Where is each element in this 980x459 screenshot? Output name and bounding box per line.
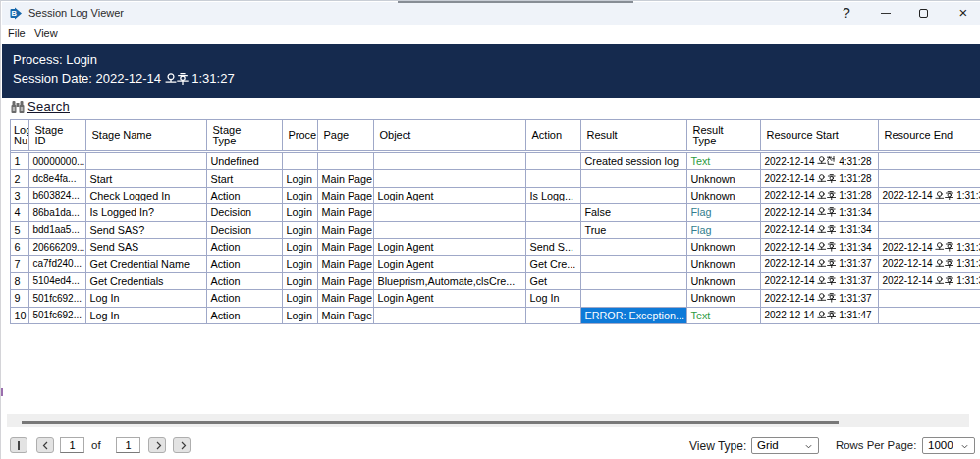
svg-text:B: B bbox=[12, 9, 18, 18]
